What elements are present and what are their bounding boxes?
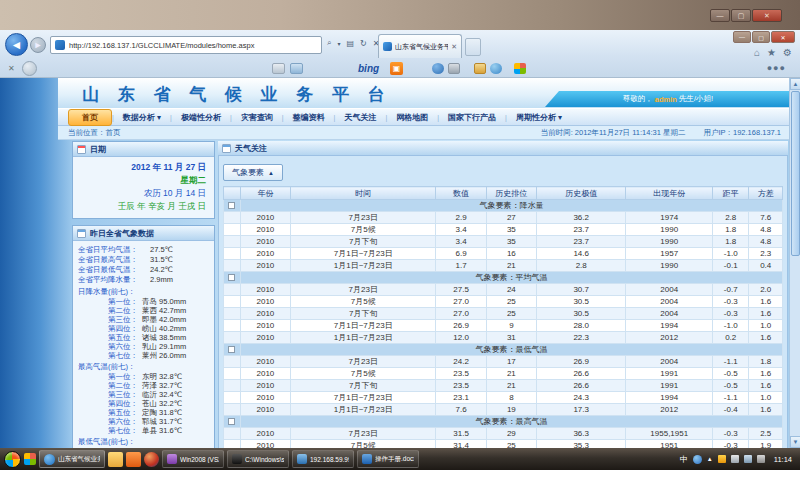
toolbar-icon-2[interactable]	[448, 63, 460, 74]
address-bar[interactable]: http://192.168.137.1/GLCCLIMATE/modules/…	[50, 36, 322, 54]
nav-item-6[interactable]: 网格地图	[387, 110, 437, 125]
table-cell: 1957	[626, 248, 713, 260]
column-header: 年份	[240, 187, 290, 200]
launcher-icon[interactable]	[24, 453, 36, 465]
nav-item-4[interactable]: 整编资料	[284, 110, 334, 125]
forward-button[interactable]: ►	[30, 37, 46, 53]
message-icon[interactable]	[290, 63, 303, 74]
table-row[interactable]: 20107月5候23.52126.61991-0.51.6	[224, 368, 783, 380]
taskbar-window-button[interactable]: 操作手册.docx -...	[357, 450, 419, 468]
table-row[interactable]: 20101月1日~7月23日7.61917.32012-0.41.6	[224, 404, 783, 416]
row-lead-cell	[224, 356, 241, 368]
weather-panel-title: 昨日全省气象数据	[90, 228, 154, 239]
table-row[interactable]: 20107月5候27.02530.52004-0.31.6	[224, 296, 783, 308]
nav-item-1[interactable]: 数据分析 ▾	[114, 110, 170, 125]
taskbar-window-button[interactable]: 192.168.59.99...	[292, 450, 354, 468]
checkbox[interactable]	[228, 274, 235, 281]
search-icon[interactable]: ⌕	[327, 38, 331, 48]
row-lead-cell	[224, 308, 241, 320]
weather-data-table: 年份时间数值历史排位历史极值出现年份距平方差 气象要素：降水量20107月23日…	[223, 186, 783, 448]
scroll-down-icon[interactable]: ▼	[790, 436, 800, 448]
speaker-icon[interactable]	[757, 455, 765, 463]
nav-item-8[interactable]: 周期性分析 ▾	[507, 110, 571, 125]
toolbar-app-icon[interactable]: ▣	[390, 62, 403, 75]
taskbar-window-button[interactable]: C:\Windows\s...	[227, 450, 289, 468]
table-cell: 1.8	[749, 356, 783, 368]
table-cell: 2010	[240, 320, 290, 332]
scroll-up-icon[interactable]: ▲	[790, 78, 800, 90]
taskbar-window-button[interactable]: Win2008 (VS2...	[162, 450, 224, 468]
back-button[interactable]: ◄	[5, 33, 28, 56]
table-row[interactable]: 20107月1日~7月23日26.9928.01994-1.01.0	[224, 320, 783, 332]
toolbar-icon-1[interactable]	[432, 63, 444, 74]
checkbox[interactable]	[228, 418, 235, 425]
table-row[interactable]: 20107月23日24.21726.92004-1.11.8	[224, 356, 783, 368]
minimize-icon[interactable]: —	[710, 9, 730, 22]
table-row[interactable]: 20107月23日2.92736.219742.87.6	[224, 212, 783, 224]
nav-item-5[interactable]: 天气关注	[335, 110, 385, 125]
clock[interactable]: 11:14	[774, 455, 792, 464]
nav-item-7[interactable]: 国家下行产品	[439, 110, 505, 125]
window-icon	[232, 454, 242, 464]
close-icon[interactable]: ✕	[752, 9, 782, 22]
checkbox[interactable]	[228, 202, 235, 209]
page-scrollbar[interactable]: ▲ ▼	[789, 78, 800, 448]
table-row[interactable]: 20107月23日27.52430.72004-0.72.0	[224, 284, 783, 296]
folder-icon[interactable]	[108, 452, 123, 467]
mail-icon[interactable]	[272, 63, 285, 74]
table-row[interactable]: 20107月下旬23.52126.61991-0.51.6	[224, 380, 783, 392]
commandbar-close-icon[interactable]: ✕	[8, 64, 15, 73]
table-row[interactable]: 20101月1日~7月23日12.03122.320120.21.6	[224, 332, 783, 344]
compatibility-view-icon[interactable]: ▤	[347, 39, 355, 48]
table-row[interactable]: 20107月下旬3.43523.719901.84.8	[224, 236, 783, 248]
taskbar-ie-button[interactable]: 山东省气候业务平...	[39, 450, 105, 468]
new-tab-button[interactable]	[465, 38, 481, 56]
user-ip: 用户IP：192.168.137.1	[703, 128, 781, 138]
table-row[interactable]: 20101月1日~7月23日1.7212.81990-0.10.4	[224, 260, 783, 272]
start-button[interactable]	[4, 451, 21, 468]
browser-close-icon[interactable]: ✕	[771, 31, 795, 43]
action-center-flag-icon[interactable]	[731, 455, 739, 463]
ime-indicator[interactable]: 中	[680, 454, 688, 465]
tray-warning-icon[interactable]	[718, 455, 726, 463]
tab-close-icon[interactable]: ✕	[451, 43, 457, 51]
scrollbar-thumb[interactable]	[791, 91, 800, 256]
home-icon[interactable]: ⌂	[754, 47, 760, 58]
element-filter-button[interactable]: 气象要素 ▲	[223, 164, 283, 181]
nav-item-3[interactable]: 灾害查询	[232, 110, 282, 125]
toolbar-icon-3[interactable]	[474, 63, 486, 74]
group-label-cell: 气象要素：最低气温	[240, 344, 782, 356]
nav-item-0[interactable]: 首页	[68, 109, 112, 126]
more-options-icon[interactable]: ●●●	[767, 63, 786, 73]
checkbox[interactable]	[228, 346, 235, 353]
table-row[interactable]: 20107月1日~7月23日23.1824.31994-1.11.0	[224, 392, 783, 404]
bing-logo[interactable]: bing	[358, 63, 379, 74]
toolbar-icon-4[interactable]	[490, 63, 502, 74]
table-row[interactable]: 20107月1日~7月23日6.91614.61957-1.02.3	[224, 248, 783, 260]
table-row[interactable]: 20107月下旬27.02530.52004-0.31.6	[224, 308, 783, 320]
stat-value: 27.5℃	[150, 245, 173, 255]
compass-icon[interactable]	[22, 61, 37, 76]
maximize-icon[interactable]: ▢	[731, 9, 751, 22]
network-icon[interactable]	[744, 455, 752, 463]
table-cell: -1.1	[713, 392, 749, 404]
table-row[interactable]: 20107月23日31.52936.31955,1951-0.32.5	[224, 428, 783, 440]
settings-gear-icon[interactable]: ⚙	[783, 47, 792, 58]
browser-tab[interactable]: 山东省气候业务平... ✕	[378, 34, 462, 58]
tray-expand-icon[interactable]: ▲	[707, 456, 713, 462]
browser-minimize-icon[interactable]: —	[733, 31, 751, 43]
tray-app-icon[interactable]	[693, 455, 702, 464]
favorites-star-icon[interactable]: ★	[767, 47, 776, 58]
media-player-icon[interactable]	[144, 452, 159, 467]
table-cell: 31.5	[436, 428, 486, 440]
table-cell: -0.3	[713, 308, 749, 320]
table-row[interactable]: 20107月5候3.43523.719901.84.8	[224, 224, 783, 236]
nav-item-2[interactable]: 极端性分析	[172, 110, 230, 125]
app-orange-icon[interactable]	[126, 452, 141, 467]
toolbar-icon-5[interactable]	[514, 63, 526, 74]
browser-maximize-icon[interactable]: ▢	[752, 31, 770, 43]
table-row[interactable]: 20107月5候31.42535.31951-0.31.9	[224, 440, 783, 449]
table-cell: 1994	[626, 320, 713, 332]
refresh-icon[interactable]: ↻	[360, 39, 367, 48]
dropdown-icon[interactable]: ▾	[337, 40, 340, 47]
